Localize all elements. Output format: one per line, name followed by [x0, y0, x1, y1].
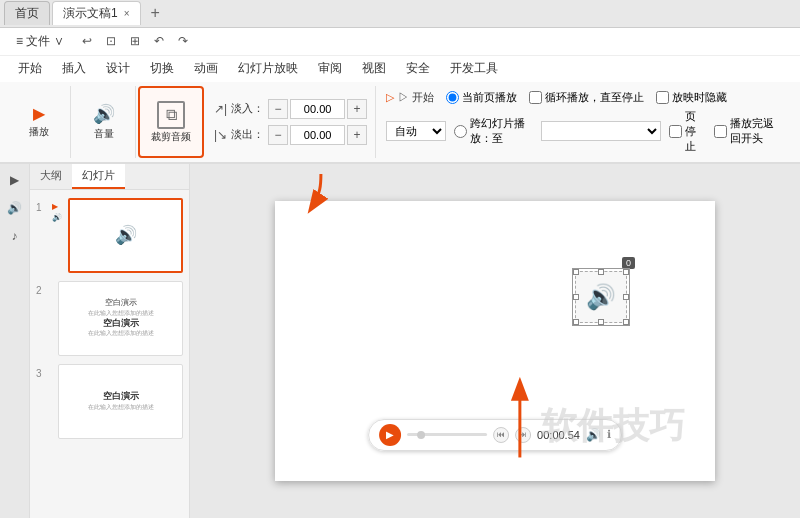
tab-insert[interactable]: 插入 — [52, 57, 96, 80]
player-rewind-btn[interactable]: ⏮ — [493, 427, 509, 443]
qa-redo-back-btn[interactable]: ↶ — [148, 30, 170, 52]
player-time: 00:00.54 — [537, 429, 580, 441]
hide-checkbox[interactable] — [656, 91, 669, 104]
cross-select[interactable] — [541, 121, 661, 141]
sidebar-volume-icon[interactable]: 🔊 — [3, 196, 27, 220]
quick-access-bar: ↩ ⊡ ⊞ ↶ ↷ — [76, 30, 194, 52]
tab-dev[interactable]: 开发工具 — [440, 57, 508, 80]
start-icon: ▷ — [386, 91, 394, 104]
tab-slides[interactable]: 幻灯片 — [72, 164, 125, 189]
qa-save-btn[interactable]: ⊡ — [100, 30, 122, 52]
radio-current-input[interactable] — [446, 91, 459, 104]
ribbon-group-fade: ↗| 淡入： − + |↘ 淡出： − + — [206, 86, 376, 158]
fadein-row: ↗| 淡入： − + — [214, 99, 367, 119]
fadeout-minus-btn[interactable]: − — [268, 125, 288, 145]
radio-loop: 循环播放，直至停止 — [529, 90, 644, 105]
slide-thumb-1[interactable]: 🔊 — [68, 198, 183, 273]
fadein-input[interactable] — [290, 99, 345, 119]
fadeout-input[interactable] — [290, 125, 345, 145]
fadein-minus-btn[interactable]: − — [268, 99, 288, 119]
ribbon-content: ▶ 播放 🔊 音量 ⧉ — [0, 82, 800, 163]
sidebar-play-icon[interactable]: ▶ — [3, 168, 27, 192]
radio-cross-input[interactable] — [454, 125, 467, 138]
slide-subtitle-2: 在此输入您想添加的描述 — [88, 309, 154, 318]
hide-checkbox-group: 放映时隐藏 — [656, 90, 727, 105]
play-button[interactable]: ▶ 播放 — [14, 96, 64, 148]
player-info-icon[interactable]: ℹ — [607, 428, 611, 441]
sel-handle-tr[interactable] — [623, 269, 629, 275]
fadein-plus-btn[interactable]: + — [347, 99, 367, 119]
player-play-btn[interactable]: ▶ — [379, 424, 401, 446]
slide-icons-1: ▶ 🔊 — [52, 198, 62, 222]
menu-file[interactable]: ≡ 文件 ∨ — [8, 31, 72, 52]
slide-number-2: 2 — [36, 281, 46, 296]
play-icon: ▶ — [33, 104, 45, 123]
sel-handle-ml[interactable] — [573, 294, 579, 300]
ribbon-group-volume: 🔊 音量 — [73, 86, 136, 158]
sidebar-audio-icon[interactable]: ♪ — [3, 224, 27, 248]
sel-handle-tm[interactable] — [598, 269, 604, 275]
fadeout-plus-btn[interactable]: + — [347, 125, 367, 145]
sel-handle-tl[interactable] — [573, 269, 579, 275]
tab-transition[interactable]: 切换 — [140, 57, 184, 80]
fadeout-input-group: − + — [268, 125, 367, 145]
stop-label: 页停止 — [685, 109, 706, 154]
player-track — [407, 433, 487, 436]
audio-icon-box: 🔊 — [575, 271, 627, 323]
sel-handle-bm[interactable] — [598, 319, 604, 325]
start-label: ▷ 开始 — [398, 90, 434, 105]
tab-start[interactable]: 开始 — [8, 57, 52, 80]
tab-security[interactable]: 安全 — [396, 57, 440, 80]
sel-handle-mr[interactable] — [623, 294, 629, 300]
main-area: ▶ 🔊 ♪ 大纲 幻灯片 1 ▶ 🔊 🔊 — [0, 164, 800, 518]
tab-design[interactable]: 设计 — [96, 57, 140, 80]
player-play-icon: ▶ — [386, 429, 394, 440]
fadein-label: 淡入： — [231, 101, 264, 116]
qa-undo-btn[interactable]: ↩ — [76, 30, 98, 52]
tab-bar: 首页 演示文稿1 × + — [0, 0, 800, 28]
speaker-icon: 🔊 — [586, 283, 616, 311]
ribbon-group-playback: ▷ ▷ 开始 当前页播放 循环播放，直至停止 放映时隐藏 — [378, 86, 792, 158]
rewind-checkbox-group: 播放完返回开头 — [714, 116, 784, 146]
slide-panel-tabs: 大纲 幻灯片 — [30, 164, 189, 190]
tab-close-icon[interactable]: × — [124, 8, 130, 19]
menu-bar: ≡ 文件 ∨ ↩ ⊡ ⊞ ↶ ↷ — [0, 28, 800, 56]
app-window: 首页 演示文稿1 × + ≡ 文件 ∨ ↩ ⊡ ⊞ ↶ ↷ 开始 插入 设计 切… — [0, 0, 800, 518]
slide-thumb-3[interactable]: 空白演示 在此输入您想添加的描述 — [58, 364, 183, 439]
list-item: 2 空白演示 在此输入您想添加的描述 空白演示 在此输入您想添加的描述 — [36, 281, 183, 356]
hide-label: 放映时隐藏 — [672, 90, 727, 105]
tab-view[interactable]: 视图 — [352, 57, 396, 80]
stop-checkbox-group: 页停止 — [669, 109, 706, 154]
slide-audio-icon: 🔊 — [52, 213, 62, 222]
qa-print-btn[interactable]: ⊞ — [124, 30, 146, 52]
tab-outline[interactable]: 大纲 — [30, 164, 72, 189]
radio-cross: 跨幻灯片播放：至 — [454, 116, 533, 146]
tab-home[interactable]: 首页 — [4, 1, 50, 25]
radio-current: 当前页播放 — [446, 90, 517, 105]
player-volume-icon[interactable]: 🔊 — [586, 428, 601, 442]
rewind-checkbox[interactable] — [714, 125, 727, 138]
tab-review[interactable]: 审阅 — [308, 57, 352, 80]
volume-icon: 🔊 — [93, 103, 115, 125]
tab-animation[interactable]: 动画 — [184, 57, 228, 80]
tab-add-button[interactable]: + — [143, 2, 168, 24]
auto-select[interactable]: 自动 — [386, 121, 446, 141]
loop-label: 循环播放，直至停止 — [545, 90, 644, 105]
slide-panel: 大纲 幻灯片 1 ▶ 🔊 🔊 — [30, 164, 190, 518]
sel-handle-br[interactable] — [623, 319, 629, 325]
audio-element[interactable]: 0 🔊 — [575, 271, 635, 331]
tab-presentation[interactable]: 演示文稿1 × — [52, 1, 141, 25]
slide-thumb-2[interactable]: 空白演示 在此输入您想添加的描述 空白演示 在此输入您想添加的描述 — [58, 281, 183, 356]
toolbar-container: ≡ 文件 ∨ ↩ ⊡ ⊞ ↶ ↷ 开始 插入 设计 切换 动画 幻灯片放映 审阅… — [0, 28, 800, 164]
volume-button[interactable]: 🔊 音量 — [79, 96, 129, 148]
stop-checkbox[interactable] — [669, 125, 682, 138]
trim-audio-button[interactable]: ⧉ 裁剪音频 — [146, 96, 196, 148]
ribbon-tabs: 开始 插入 设计 切换 动画 幻灯片放映 审阅 视图 安全 开发工具 — [0, 56, 800, 82]
qa-redo-fwd-btn[interactable]: ↷ — [172, 30, 194, 52]
loop-checkbox[interactable] — [529, 91, 542, 104]
sel-handle-bl[interactable] — [573, 319, 579, 325]
player-forward-btn[interactable]: ⏭ — [515, 427, 531, 443]
tab-slideshow[interactable]: 幻灯片放映 — [228, 57, 308, 80]
radio-current-label: 当前页播放 — [462, 90, 517, 105]
fadein-input-group: − + — [268, 99, 367, 119]
